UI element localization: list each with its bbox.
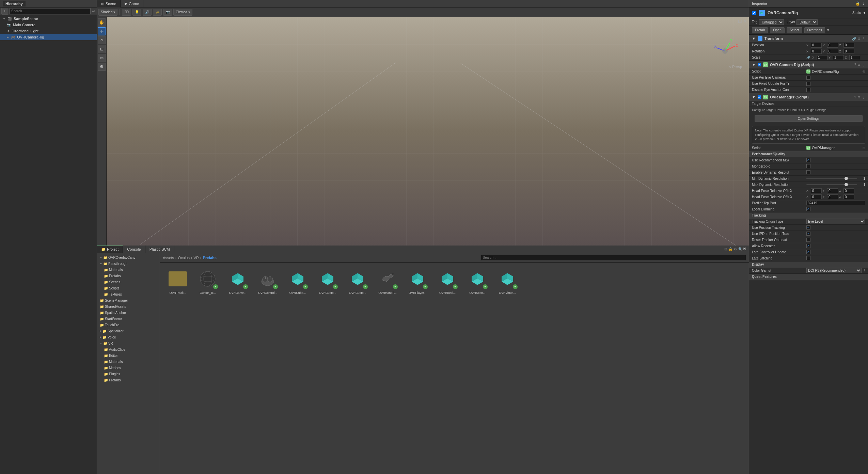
layer-select[interactable]: Default bbox=[796, 19, 818, 25]
ovr-manager-enabled[interactable] bbox=[758, 95, 761, 99]
use-fixed-update-checkbox[interactable] bbox=[806, 82, 810, 86]
overrides-dropdown-icon[interactable]: ▾ bbox=[827, 28, 829, 32]
allow-recenter-checkbox[interactable] bbox=[806, 244, 810, 248]
tree-item-meshes[interactable]: 📁 Meshes bbox=[97, 365, 160, 371]
ovr-manager-help-icon[interactable]: ? bbox=[854, 95, 856, 99]
move-tool-button[interactable]: ✛ bbox=[98, 27, 106, 35]
tree-item-prefabs2[interactable]: 📁 Prefabs bbox=[97, 377, 160, 383]
tree-item-editor[interactable]: 📁 Editor bbox=[97, 352, 160, 359]
scale-z-input[interactable] bbox=[849, 55, 860, 60]
ovr-manager-settings-icon[interactable]: ⚙ bbox=[857, 95, 861, 99]
hierarchy-item-maincamera[interactable]: 📷 Main Camera bbox=[0, 22, 97, 28]
max-dynamic-slider[interactable] bbox=[806, 184, 857, 185]
tree-item-scenemanager[interactable]: 📁 SceneManager bbox=[97, 297, 160, 303]
head-pose-x2-z-input[interactable] bbox=[843, 194, 854, 199]
tree-item-scripts[interactable]: 📁 Scripts bbox=[97, 285, 160, 291]
tree-item-scenes[interactable]: 📁 Scenes bbox=[97, 279, 160, 285]
tree-item-spatialanchor[interactable]: 📁 SpatialAnchor bbox=[97, 310, 160, 316]
tree-item-spatializer[interactable]: ▶ 📁 Spatializer bbox=[97, 328, 160, 334]
ovr-camera-settings-icon[interactable]: ⚙ bbox=[857, 63, 861, 67]
tree-item-materials2[interactable]: 📁 Materials bbox=[97, 359, 160, 365]
monoscopic-checkbox[interactable] bbox=[806, 164, 810, 168]
scene-camera-button[interactable]: 📷 bbox=[163, 9, 172, 16]
static-dropdown-icon[interactable]: ▾ bbox=[864, 11, 865, 15]
asset-item-ovrcontrol[interactable]: + OVRControl... bbox=[254, 267, 281, 470]
head-pose-x-x-input[interactable] bbox=[811, 188, 822, 193]
rect-tool-button[interactable]: ▭ bbox=[98, 54, 106, 62]
hierarchy-item-ovrcamerarig[interactable]: ▶ 🎮 OVRCameraRig bbox=[0, 34, 97, 40]
hierarchy-tab[interactable]: Hierarchy bbox=[3, 1, 26, 6]
use-ipd-checkbox[interactable] bbox=[806, 232, 810, 236]
min-dynamic-slider[interactable] bbox=[806, 178, 857, 179]
enable-dynamic-checkbox[interactable] bbox=[806, 170, 810, 174]
open-prefab-button[interactable]: Open bbox=[770, 27, 784, 33]
viewport-close-icon[interactable]: ✕ bbox=[743, 18, 747, 24]
audio-button[interactable]: 🔊 bbox=[143, 9, 152, 16]
tree-item-passthrough[interactable]: ▼ 📁 Passthrough bbox=[97, 260, 160, 267]
tree-item-startscene[interactable]: 📁 StartScene bbox=[97, 316, 160, 322]
max-dynamic-thumb[interactable] bbox=[845, 183, 848, 186]
select-button[interactable]: Select bbox=[787, 27, 802, 33]
breadcrumb-oculus[interactable]: Oculus bbox=[178, 256, 190, 260]
hierarchy-search-input[interactable] bbox=[10, 8, 91, 14]
script-select-icon-camera[interactable]: ◎ bbox=[863, 70, 865, 73]
breadcrumb-prefabs[interactable]: Prefabs bbox=[203, 256, 217, 260]
lighting-button[interactable]: 💡 bbox=[132, 9, 141, 16]
asset-item-ovrscen[interactable]: + OVRScen... bbox=[464, 267, 491, 470]
head-pose-x-z-input[interactable] bbox=[843, 188, 854, 193]
panel-icon-3[interactable]: ⚙ bbox=[734, 247, 737, 251]
tree-item-plugins[interactable]: 📁 Plugins bbox=[97, 371, 160, 377]
ovr-camera-menu-icon[interactable]: ⋮ bbox=[862, 63, 865, 67]
tree-item-vr[interactable]: ▼ 📁 VR bbox=[97, 340, 160, 346]
hand-tool-button[interactable]: ✋ bbox=[98, 18, 106, 27]
rotation-z-input[interactable] bbox=[843, 49, 854, 54]
asset-item-ovrcusto2[interactable]: + OVRCusto... bbox=[344, 267, 371, 470]
tracking-origin-select[interactable]: Eye Level bbox=[806, 219, 865, 224]
use-per-eye-checkbox[interactable] bbox=[806, 76, 810, 80]
min-dynamic-thumb[interactable] bbox=[845, 177, 848, 180]
ovr-manager-header[interactable]: ▼ C# OVR Manager (Script) ? ⚙ ⋮ bbox=[749, 93, 868, 101]
inspector-menu-icon[interactable]: ⋮ bbox=[862, 1, 865, 6]
reset-tracker-checkbox[interactable] bbox=[806, 238, 810, 242]
late-latching-checkbox[interactable] bbox=[806, 256, 810, 260]
draw-mode-button[interactable]: Shaded ▾ bbox=[98, 9, 117, 16]
tree-item-materials[interactable]: 📁 Materials bbox=[97, 267, 160, 273]
transform-settings-icon[interactable]: ⚙ bbox=[857, 37, 861, 41]
position-x-input[interactable] bbox=[811, 43, 822, 48]
tag-select[interactable]: Untagged bbox=[759, 19, 784, 25]
rotation-x-input[interactable] bbox=[811, 49, 822, 54]
asset-search-input[interactable] bbox=[481, 255, 746, 261]
transform-menu-icon[interactable]: ⋮ bbox=[862, 37, 865, 41]
late-controller-checkbox[interactable] bbox=[806, 250, 810, 254]
tree-item-prefabs[interactable]: 📁 Prefabs bbox=[97, 273, 160, 279]
tab-console[interactable]: Console bbox=[123, 246, 145, 253]
asset-item-ovrcusto1[interactable]: + OVRCusto... bbox=[314, 267, 341, 470]
asset-item-ovrrunt[interactable]: + OVRRunti... bbox=[434, 267, 461, 470]
scale-x-input[interactable] bbox=[817, 55, 827, 60]
2d-button[interactable]: 2D bbox=[122, 9, 131, 16]
use-recommended-checkbox[interactable] bbox=[806, 158, 810, 162]
tab-project[interactable]: 📁 Project bbox=[97, 246, 123, 253]
gizmos-button[interactable]: Gizmos ▾ bbox=[173, 9, 192, 16]
asset-item-ovrhandp[interactable]: + OVRHandP... bbox=[374, 267, 401, 470]
breadcrumb-assets[interactable]: Assets bbox=[163, 256, 174, 260]
local-dimming-checkbox[interactable] bbox=[806, 207, 810, 211]
rotate-tool-button[interactable]: ↻ bbox=[98, 36, 106, 44]
scale-y-input[interactable] bbox=[833, 55, 844, 60]
tab-game[interactable]: ▶ Game bbox=[121, 0, 143, 7]
hierarchy-item-directionallight[interactable]: ☀ Directional Light bbox=[0, 28, 97, 34]
asset-item-cursor[interactable]: + Cursor_Tr... bbox=[194, 267, 221, 470]
color-gamut-help-icon[interactable]: ? bbox=[864, 269, 865, 272]
open-settings-button[interactable]: Open Settings bbox=[755, 115, 863, 122]
object-enabled-checkbox[interactable] bbox=[752, 11, 756, 15]
inspector-lock-icon[interactable]: 🔒 bbox=[855, 1, 860, 6]
asset-item-ovrcame[interactable]: + OVRCame... bbox=[224, 267, 251, 470]
breadcrumb-vr[interactable]: VR bbox=[194, 256, 199, 260]
head-pose-x2-x-input[interactable] bbox=[811, 194, 822, 199]
disable-eye-anchor-checkbox[interactable] bbox=[806, 88, 810, 92]
hierarchy-item-samplescene[interactable]: ▼ 🎬 SampleScene bbox=[0, 16, 97, 22]
tree-item-ovroverlaycanv[interactable]: ▼ 📁 OVROverlayCanv bbox=[97, 254, 160, 260]
tree-item-touchpro[interactable]: 📁 TouchPro bbox=[97, 322, 160, 328]
ovr-camera-rig-header[interactable]: ▼ C# OVR Camera Rig (Script) ? ⚙ ⋮ bbox=[749, 61, 868, 68]
head-pose-x-y-input[interactable] bbox=[827, 188, 838, 193]
